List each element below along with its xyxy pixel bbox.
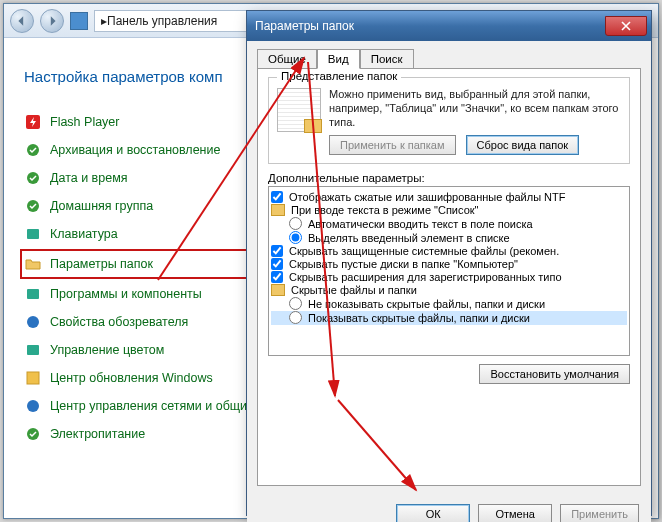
tree-row-label: Скрывать пустые диски в папке "Компьютер… xyxy=(289,258,518,270)
yellow-icon xyxy=(24,369,42,387)
folder-icon xyxy=(24,255,42,273)
breadcrumb-text: Панель управления xyxy=(107,14,217,28)
control-panel-item-label: Свойства обозревателя xyxy=(50,315,188,329)
blue-icon xyxy=(24,313,42,331)
control-panel-item-label: Архивация и восстановление xyxy=(50,143,220,157)
advanced-settings-tree[interactable]: Отображать сжатые или зашифрованные файл… xyxy=(268,186,630,356)
checkbox[interactable] xyxy=(271,245,283,257)
tree-row[interactable]: Не показывать скрытые файлы, папки и дис… xyxy=(271,297,627,311)
restore-defaults-button[interactable]: Восстановить умолчания xyxy=(479,364,630,384)
tree-row[interactable]: При вводе текста в режиме "Список" xyxy=(271,204,627,217)
control-panel-item-label: Клавиатура xyxy=(50,227,118,241)
tree-row[interactable]: Показывать скрытые файлы, папки и диски xyxy=(271,311,627,325)
control-panel-item-label: Электропитание xyxy=(50,427,145,441)
tree-row-label: Не показывать скрытые файлы, папки и дис… xyxy=(308,298,545,310)
tree-row[interactable]: Скрывать расширения для зарегистрированн… xyxy=(271,271,627,284)
dialog-titlebar[interactable]: Параметры папок xyxy=(247,11,651,41)
green-icon xyxy=(24,425,42,443)
tree-row[interactable]: Отображать сжатые или зашифрованные файл… xyxy=(271,191,627,204)
reset-folders-button[interactable]: Сброс вида папок xyxy=(466,135,580,155)
teal-icon xyxy=(24,341,42,359)
flash-icon xyxy=(24,113,42,131)
svg-point-6 xyxy=(27,316,39,328)
control-panel-item-label: Параметры папок xyxy=(50,257,153,271)
control-panel-item-label: Центр обновления Windows xyxy=(50,371,213,385)
tab-search[interactable]: Поиск xyxy=(360,49,414,69)
forward-button[interactable] xyxy=(40,9,64,33)
dialog-title: Параметры папок xyxy=(255,19,354,33)
tree-row-label: Скрывать расширения для зарегистрированн… xyxy=(289,271,562,283)
tree-row-label: Показывать скрытые файлы, папки и диски xyxy=(308,312,530,324)
tree-row[interactable]: Скрывать защищенные системные файлы (рек… xyxy=(271,245,627,258)
control-panel-item-label: Домашняя группа xyxy=(50,199,153,213)
cancel-button[interactable]: Отмена xyxy=(478,504,552,522)
teal-icon xyxy=(24,285,42,303)
svg-point-9 xyxy=(27,400,39,412)
radio[interactable] xyxy=(289,297,302,310)
svg-rect-7 xyxy=(27,345,39,355)
apply-to-folders-button[interactable]: Применить к папкам xyxy=(329,135,456,155)
tree-row-label: Выделять введенный элемент в списке xyxy=(308,232,510,244)
radio[interactable] xyxy=(289,231,302,244)
back-button[interactable] xyxy=(10,9,34,33)
advanced-settings-label: Дополнительные параметры: xyxy=(268,172,630,184)
tab-panel-view: Представление папок Можно применить вид,… xyxy=(257,68,641,486)
checkbox[interactable] xyxy=(271,258,283,270)
teal-icon xyxy=(24,225,42,243)
folder-icon xyxy=(271,204,285,216)
dialog-footer: ОК Отмена Применить xyxy=(247,496,651,522)
radio[interactable] xyxy=(289,217,302,230)
svg-rect-5 xyxy=(27,289,39,299)
apply-button[interactable]: Применить xyxy=(560,504,639,522)
tab-general[interactable]: Общие xyxy=(257,49,317,69)
tree-row-label: Автоматически вводить текст в поле поиск… xyxy=(308,218,533,230)
tree-row-label: Отображать сжатые или зашифрованные файл… xyxy=(289,191,565,203)
control-panel-item-label: Центр управления сетями и общи xyxy=(50,399,247,413)
green-icon xyxy=(24,169,42,187)
dialog-body: ОбщиеВидПоиск Представление папок Можно … xyxy=(247,41,651,496)
tree-row-label: Скрывать защищенные системные файлы (рек… xyxy=(289,245,559,257)
svg-rect-4 xyxy=(27,229,39,239)
close-button[interactable] xyxy=(605,16,647,36)
tree-row-label: При вводе текста в режиме "Список" xyxy=(291,204,478,216)
tree-row[interactable]: Выделять введенный элемент в списке xyxy=(271,231,627,245)
folder-preview-icon xyxy=(277,88,321,132)
radio[interactable] xyxy=(289,311,302,324)
tabstrip: ОбщиеВидПоиск xyxy=(257,49,641,69)
folder-options-dialog: Параметры папок ОбщиеВидПоиск Представле… xyxy=(246,10,652,516)
tab-view[interactable]: Вид xyxy=(317,49,360,69)
folder-view-group: Представление папок Можно применить вид,… xyxy=(268,77,630,164)
control-panel-item-label: Flash Player xyxy=(50,115,119,129)
group-title: Представление папок xyxy=(277,70,401,82)
tree-row[interactable]: Скрытые файлы и папки xyxy=(271,284,627,297)
tree-row[interactable]: Скрывать пустые диски в папке "Компьютер… xyxy=(271,258,627,271)
blue-icon xyxy=(24,397,42,415)
ok-button[interactable]: ОК xyxy=(396,504,470,522)
folder-view-description: Можно применить вид, выбранный для этой … xyxy=(329,88,621,129)
control-panel-icon xyxy=(70,12,88,30)
tree-row-label: Скрытые файлы и папки xyxy=(291,284,417,296)
control-panel-item-label: Управление цветом xyxy=(50,343,164,357)
svg-rect-8 xyxy=(27,372,39,384)
tree-row[interactable]: Автоматически вводить текст в поле поиск… xyxy=(271,217,627,231)
folder-icon xyxy=(271,284,285,296)
green-icon xyxy=(24,197,42,215)
checkbox[interactable] xyxy=(271,191,283,203)
control-panel-item-label: Дата и время xyxy=(50,171,128,185)
green-icon xyxy=(24,141,42,159)
control-panel-item-label: Программы и компоненты xyxy=(50,287,202,301)
checkbox[interactable] xyxy=(271,271,283,283)
